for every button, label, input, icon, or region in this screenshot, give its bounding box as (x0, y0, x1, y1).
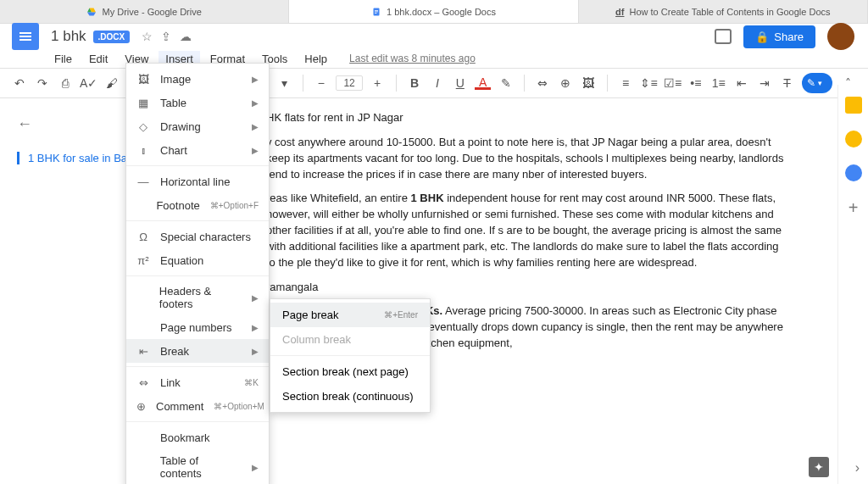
docs-logo[interactable] (12, 23, 39, 50)
font-plus[interactable]: + (370, 75, 386, 92)
menu-item-label: Section break (continuous) (282, 390, 414, 403)
outdent-icon[interactable]: ⇤ (733, 75, 749, 92)
document-page[interactable]: HK flats for rent in JP Nagar y cost any… (203, 98, 848, 484)
browser-tab-drive[interactable]: My Drive - Google Drive (0, 0, 289, 23)
tab-label: How to Create Table of Contents in Googl… (629, 7, 830, 17)
svg-rect-5 (375, 11, 378, 12)
menu-item-icon: ⇔ (136, 376, 150, 389)
menu-item-label: Bookmark (160, 431, 210, 444)
avatar[interactable] (827, 23, 854, 50)
tab-label: 1 bhk.docx – Google Docs (387, 7, 496, 17)
svg-marker-2 (87, 12, 96, 15)
spellcheck-icon[interactable]: A✓ (81, 75, 97, 92)
bold-icon[interactable]: B (407, 75, 423, 92)
submenu-arrow-icon: ▶ (252, 323, 259, 332)
last-edit[interactable]: Last edit was 8 minutes ago (342, 51, 482, 66)
undo-icon[interactable]: ↶ (12, 75, 28, 92)
italic-icon[interactable]: I (429, 75, 445, 92)
comments-icon[interactable] (715, 29, 732, 44)
menu-item-label: Break (160, 345, 189, 358)
editing-mode[interactable] (802, 73, 832, 93)
insert-menu-item[interactable]: Bookmark (126, 426, 269, 449)
doc-title[interactable]: 1 bhk (51, 28, 86, 45)
font-size[interactable]: 12 (336, 75, 362, 91)
drive-icon (86, 7, 97, 17)
link-icon[interactable]: ⇔ (535, 75, 551, 92)
calendar-icon[interactable] (845, 97, 862, 114)
document-area: HK flats for rent in JP Nagar y cost any… (170, 98, 868, 484)
insert-menu-item[interactable]: ΩSpecial characters (126, 225, 269, 248)
font-minus[interactable]: − (313, 75, 329, 92)
insert-menu-item[interactable]: —Horizontal line (126, 170, 269, 193)
checklist-icon[interactable]: ☑≡ (664, 75, 681, 92)
menu-item-label: Page numbers (160, 321, 232, 334)
bullets-icon[interactable]: •≡ (687, 75, 704, 92)
addons-plus-icon[interactable]: + (845, 198, 862, 215)
browser-tab-docs[interactable]: 1 bhk.docx – Google Docs (289, 0, 578, 23)
break-menu-item[interactable]: Page break⌘+Enter (270, 303, 430, 327)
body-text: reas like Whitefield, an entire 1 BHK in… (266, 191, 785, 270)
submenu-arrow-icon: ▶ (252, 347, 259, 356)
zoom-dropdown[interactable]: ▾ (276, 75, 292, 92)
insert-menu-item[interactable]: Table of contents▶ (126, 449, 269, 484)
menu-item-icon: ⊕ (136, 399, 146, 413)
insert-menu-item[interactable]: ⊕Comment⌘+Option+M (126, 394, 269, 418)
menu-item-label: Equation (160, 254, 203, 267)
tab-label: My Drive - Google Drive (102, 7, 201, 17)
break-menu-item[interactable]: Section break (next page) (270, 359, 430, 384)
cloud-icon[interactable]: ☁ (180, 30, 192, 43)
indent-icon[interactable]: ⇥ (756, 75, 772, 92)
text-color-icon[interactable]: A (475, 76, 491, 90)
insert-menu-item[interactable]: Headers & footers▶ (126, 280, 269, 315)
highlight-icon[interactable]: ✎ (498, 75, 514, 92)
df-icon: df (615, 7, 624, 17)
keep-icon[interactable] (845, 131, 862, 147)
insert-menu-item[interactable]: ⫾Chart▶ (126, 138, 269, 162)
explore-button[interactable]: ✦ (809, 457, 829, 477)
paint-icon[interactable]: 🖌 (104, 75, 120, 92)
menu-item-label: Horizontal line (160, 175, 230, 188)
submenu-arrow-icon: ▶ (252, 98, 259, 108)
insert-menu-item[interactable]: Page numbers▶ (126, 315, 269, 339)
submenu-arrow-icon: ▶ (252, 122, 259, 131)
insert-menu-item[interactable]: ▦Table▶ (126, 91, 269, 114)
insert-menu-item[interactable]: ⇤Break▶ (126, 339, 269, 363)
break-menu-item[interactable]: Section break (continuous) (270, 384, 430, 409)
body-text: ramangala (266, 280, 785, 296)
move-icon[interactable]: ⇪ (161, 30, 171, 43)
menu-item-icon (136, 198, 146, 212)
clear-format-icon[interactable]: T (779, 75, 795, 92)
break-submenu: Page break⌘+EnterColumn breakSection bre… (270, 298, 431, 413)
menu-item-icon (136, 320, 150, 334)
share-button[interactable]: 🔒 Share (743, 25, 815, 48)
align-icon[interactable]: ≡ (618, 75, 634, 92)
menu-file[interactable]: File (47, 51, 79, 67)
menu-item-icon (136, 431, 150, 444)
menu-item-icon: Ω (136, 230, 150, 243)
body-text: HK flats for rent in JP Nagar (266, 110, 785, 126)
menu-item-label: Chart (160, 144, 187, 157)
image-icon[interactable]: 🖼 (581, 75, 597, 92)
insert-menu-item[interactable]: 🖼Image▶ (126, 67, 269, 91)
insert-menu-item[interactable]: π²Equation (126, 248, 269, 272)
comment-icon[interactable]: ⊕ (558, 75, 574, 92)
redo-icon[interactable]: ↷ (35, 75, 51, 92)
menu-item-label: Section break (next page) (282, 365, 409, 378)
menu-edit[interactable]: Edit (82, 51, 114, 67)
insert-menu-item[interactable]: Footnote⌘+Option+F (126, 193, 269, 217)
menu-item-icon: ▦ (136, 96, 150, 109)
browser-tab-guide[interactable]: df How to Create Table of Contents in Go… (579, 0, 868, 23)
insert-menu-item[interactable]: ⇔Link⌘K (126, 370, 269, 394)
tasks-icon[interactable] (845, 164, 862, 181)
menu-item-label: Headers & footers (159, 285, 242, 310)
numbering-icon[interactable]: 1≡ (710, 75, 726, 92)
menu-item-label: Drawing (160, 120, 201, 133)
print-icon[interactable]: ⎙ (58, 75, 74, 92)
chevron-right-icon[interactable]: › (855, 460, 860, 476)
star-icon[interactable]: ☆ (142, 30, 153, 43)
underline-icon[interactable]: U (452, 75, 468, 92)
insert-menu-item[interactable]: ◇Drawing▶ (126, 114, 269, 138)
linespacing-icon[interactable]: ⇕≡ (640, 75, 657, 92)
menu-item-label: Footnote (156, 199, 199, 212)
menu-help[interactable]: Help (298, 51, 334, 67)
